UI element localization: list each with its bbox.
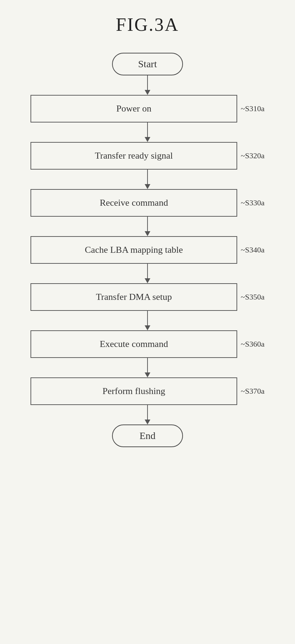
arrow-head xyxy=(145,420,150,424)
flowchart: Start Power on ~S310a Transfer ready sig… xyxy=(7,53,288,447)
step-s330a-box: Receive command xyxy=(30,189,237,217)
step-s320a-label: ~S320a xyxy=(241,151,265,160)
arrow-s330-to-s340 xyxy=(145,217,150,236)
arrow-s360-to-s370 xyxy=(145,358,150,377)
step-s370a-label: ~S370a xyxy=(241,387,265,396)
step-s340a-label: ~S340a xyxy=(241,245,265,255)
step-s320a-wrapper: Transfer ready signal ~S320a xyxy=(30,142,265,170)
step-s360a-label: ~S360a xyxy=(241,340,265,349)
arrow-s370-to-end xyxy=(145,405,150,424)
arrow-line xyxy=(147,217,148,231)
arrow-head xyxy=(145,372,150,377)
arrow-line xyxy=(147,75,148,90)
arrow-s320-to-s330 xyxy=(145,170,150,189)
end-terminal: End xyxy=(112,424,183,447)
arrow-head xyxy=(145,137,150,142)
step-s350a-label: ~S350a xyxy=(241,292,265,302)
step-s340a-wrapper: Cache LBA mapping table ~S340a xyxy=(30,236,265,264)
arrow-head xyxy=(145,90,150,95)
step-s310a-box: Power on xyxy=(30,95,237,122)
step-s370a-wrapper: Perform flushing ~S370a xyxy=(30,377,265,405)
step-s370a-box: Perform flushing xyxy=(30,377,237,405)
step-s310a-label: ~S310a xyxy=(241,104,265,113)
start-terminal: Start xyxy=(112,53,183,75)
arrow-head xyxy=(145,231,150,236)
figure-title: FIG.3A xyxy=(116,14,179,35)
arrow-line xyxy=(147,170,148,184)
step-s350a-wrapper: Transfer DMA setup ~S350a xyxy=(30,283,265,311)
step-s350a-box: Transfer DMA setup xyxy=(30,283,237,311)
arrow-line xyxy=(147,405,148,420)
arrow-head xyxy=(145,184,150,189)
step-s360a-wrapper: Execute command ~S360a xyxy=(30,330,265,358)
step-s330a-wrapper: Receive command ~S330a xyxy=(30,189,265,217)
step-s340a-box: Cache LBA mapping table xyxy=(30,236,237,264)
step-s360a-box: Execute command xyxy=(30,330,237,358)
step-s310a-wrapper: Power on ~S310a xyxy=(30,95,265,122)
page-container: FIG.3A Start Power on ~S310a Transfer re… xyxy=(0,0,295,644)
step-s320a-box: Transfer ready signal xyxy=(30,142,237,170)
arrow-head xyxy=(145,325,150,330)
arrow-start-to-s310 xyxy=(145,75,150,95)
arrow-line xyxy=(147,264,148,278)
step-s330a-label: ~S330a xyxy=(241,198,265,207)
arrow-line xyxy=(147,311,148,325)
arrow-line xyxy=(147,122,148,137)
arrow-s310-to-s320 xyxy=(145,122,150,142)
arrow-s340-to-s350 xyxy=(145,264,150,283)
arrow-head xyxy=(145,278,150,283)
arrow-line xyxy=(147,358,148,372)
arrow-s350-to-s360 xyxy=(145,311,150,330)
